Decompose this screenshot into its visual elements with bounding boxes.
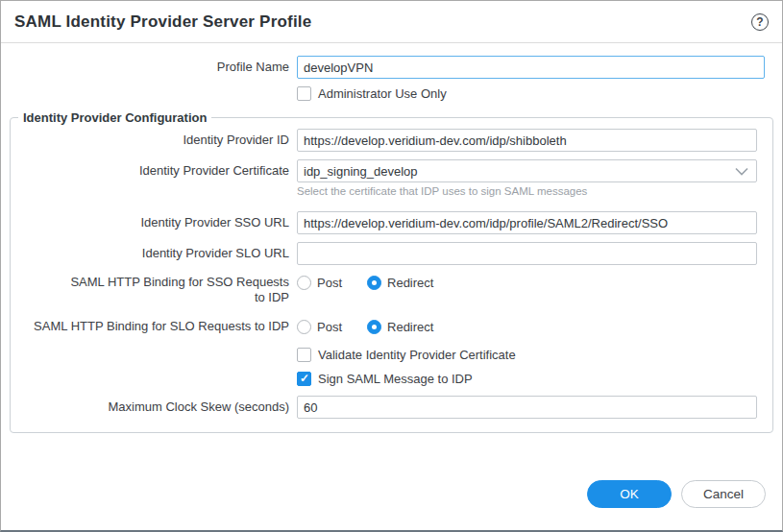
- sso-binding-radios: Post Redirect: [297, 275, 433, 290]
- dialog-body: Profile Name Administrator Use Only Iden…: [1, 43, 782, 530]
- idp-id-label: Identity Provider ID: [11, 133, 289, 148]
- admin-use-only-label[interactable]: Administrator Use Only: [318, 86, 447, 101]
- clock-skew-row: Maximum Clock Skew (seconds): [11, 396, 757, 419]
- sso-binding-row: SAML HTTP Binding for SSO Requests to ID…: [11, 275, 757, 305]
- idp-certificate-value: idp_signing_develop: [304, 164, 735, 179]
- sso-binding-redirect-radio[interactable]: [367, 276, 381, 290]
- sign-saml-row: Sign SAML Message to IDP: [297, 372, 757, 386]
- slo-url-input[interactable]: [297, 242, 757, 265]
- sso-binding-label: SAML HTTP Binding for SSO Requests to ID…: [11, 275, 289, 305]
- idp-configuration-group: Identity Provider Configuration Identity…: [10, 110, 773, 433]
- sso-binding-post-label[interactable]: Post: [317, 276, 342, 290]
- sign-saml-checkbox[interactable]: [297, 372, 311, 386]
- validate-cert-row: Validate Identity Provider Certificate: [297, 348, 757, 362]
- profile-name-input[interactable]: [297, 56, 765, 79]
- slo-url-label: Identity Provider SLO URL: [11, 246, 289, 261]
- help-icon[interactable]: ?: [751, 13, 769, 31]
- idp-id-row: Identity Provider ID: [11, 129, 757, 152]
- dialog-footer: OK Cancel: [1, 480, 782, 530]
- sso-url-row: Identity Provider SSO URL: [11, 211, 757, 234]
- slo-binding-label: SAML HTTP Binding for SLO Requests to ID…: [11, 319, 289, 334]
- slo-binding-row: SAML HTTP Binding for SLO Requests to ID…: [11, 319, 757, 334]
- clock-skew-input[interactable]: [297, 396, 757, 419]
- admin-use-only-checkbox[interactable]: [297, 86, 311, 101]
- slo-url-row: Identity Provider SLO URL: [11, 242, 757, 265]
- sso-binding-post-radio[interactable]: [297, 276, 311, 290]
- saml-idp-server-profile-dialog: SAML Identity Provider Server Profile ? …: [0, 0, 783, 532]
- idp-certificate-label: Identity Provider Certificate: [11, 163, 289, 179]
- slo-binding-redirect-label[interactable]: Redirect: [387, 320, 433, 334]
- dialog-title: SAML Identity Provider Server Profile: [14, 12, 311, 32]
- cancel-button[interactable]: Cancel: [681, 480, 766, 508]
- idp-certificate-select[interactable]: idp_signing_develop: [297, 159, 757, 182]
- slo-binding-redirect-radio[interactable]: [367, 320, 381, 334]
- slo-binding-post-radio[interactable]: [297, 320, 311, 334]
- profile-name-label: Profile Name: [1, 60, 289, 75]
- chevron-down-icon: [735, 167, 748, 176]
- sso-url-input[interactable]: [297, 211, 757, 234]
- profile-name-row: Profile Name: [1, 56, 782, 79]
- idp-certificate-help: Select the certificate that IDP uses to …: [297, 185, 757, 197]
- admin-use-only-row: Administrator Use Only: [297, 86, 782, 101]
- sso-binding-redirect-label[interactable]: Redirect: [387, 276, 433, 290]
- slo-binding-post-label[interactable]: Post: [317, 320, 342, 334]
- idp-id-input[interactable]: [297, 129, 757, 152]
- validate-cert-label[interactable]: Validate Identity Provider Certificate: [318, 348, 516, 362]
- help-glyph: ?: [756, 15, 763, 29]
- idp-configuration-legend: Identity Provider Configuration: [18, 110, 211, 125]
- ok-button[interactable]: OK: [587, 480, 672, 508]
- slo-binding-radios: Post Redirect: [297, 319, 433, 334]
- sso-url-label: Identity Provider SSO URL: [11, 215, 289, 230]
- dialog-titlebar: SAML Identity Provider Server Profile ?: [1, 1, 782, 43]
- clock-skew-label: Maximum Clock Skew (seconds): [11, 399, 289, 415]
- validate-cert-checkbox[interactable]: [297, 348, 311, 362]
- idp-certificate-row: Identity Provider Certificate idp_signin…: [11, 159, 757, 182]
- sign-saml-label[interactable]: Sign SAML Message to IDP: [318, 372, 473, 386]
